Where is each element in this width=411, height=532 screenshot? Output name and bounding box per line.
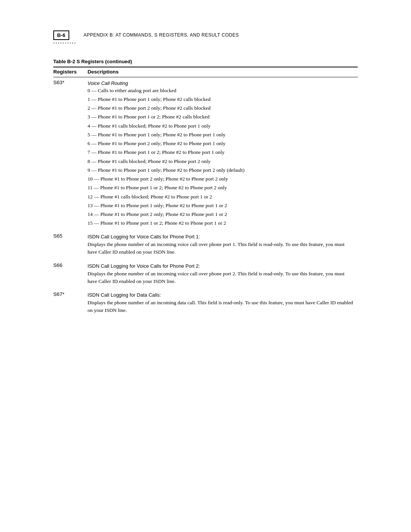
list-item: 10 — Phone #1 to Phone port 2 only; Phon… bbox=[88, 175, 355, 184]
register-s63: S63* bbox=[53, 77, 88, 229]
desc-body-s66: Displays the phone number of an incoming… bbox=[88, 269, 355, 286]
list-item: 11 — Phone #1 to Phone port 1 or 2; Phon… bbox=[88, 184, 355, 192]
desc-body-s65: Displays the phone number of an incoming… bbox=[88, 240, 355, 257]
desc-s65: ISDN Call Logging for Voice Calls for Ph… bbox=[88, 232, 358, 258]
list-item: 5 — Phone #1 to Phone port 1 only; Phone… bbox=[88, 130, 355, 139]
table-header-row: Registers Descriptions bbox=[53, 67, 358, 77]
page-number-box: B-6 bbox=[53, 30, 69, 40]
desc-s66: ISDN Call Logging for Voice Calls for Ph… bbox=[88, 261, 358, 287]
register-s67: S67* bbox=[53, 290, 88, 316]
table-row-s66: S66 ISDN Call Logging for Voice Calls fo… bbox=[53, 261, 358, 287]
col-header-registers: Registers bbox=[53, 67, 88, 77]
desc-s63: Voice Call Routing 0 — Calls to either a… bbox=[88, 77, 358, 229]
page: B-6 •••••••••• Appendix B: AT Commands, … bbox=[0, 0, 411, 532]
desc-items-s63: 0 — Calls to either analog port are bloc… bbox=[88, 86, 355, 228]
desc-title-s66: ISDN Call Logging for Voice Calls for Ph… bbox=[88, 262, 355, 269]
list-item: 13 — Phone #1 to Phone port 1 only; Phon… bbox=[88, 201, 355, 210]
list-item: 0 — Calls to either analog port are bloc… bbox=[88, 86, 355, 95]
table-row-s67: S67* ISDN Call Logging for Data Calls: D… bbox=[53, 290, 358, 316]
desc-title-s65: ISDN Call Logging for Voice Calls for Ph… bbox=[88, 232, 355, 240]
desc-s67: ISDN Call Logging for Data Calls: Displa… bbox=[88, 290, 358, 316]
list-item: 2 — Phone #1 to Phone port 2 only; Phone… bbox=[88, 104, 355, 113]
main-table: Registers Descriptions S63* Voice Call R… bbox=[53, 67, 358, 316]
header-dots: •••••••••• bbox=[53, 41, 77, 45]
list-item: 15 — Phone #1 to Phone port 1 or 2; Phon… bbox=[88, 219, 355, 228]
list-item: 6 — Phone #1 to Phone port 2 only; Phone… bbox=[88, 139, 355, 148]
gap-row-s66 bbox=[53, 258, 358, 261]
list-item: 14 — Phone #1 to Phone port 2 only; Phon… bbox=[88, 210, 355, 219]
list-item: 1 — Phone #1 to Phone port 1 only; Phone… bbox=[88, 95, 355, 104]
list-item: 12 — Phone #1 calls blocked; Phone #2 to… bbox=[88, 192, 355, 201]
list-item: 4 — Phone #1 calls blocked; Phone #2 to … bbox=[88, 121, 355, 130]
table-row: S63* Voice Call Routing 0 — Calls to eit… bbox=[53, 77, 358, 229]
gap-row-s65 bbox=[53, 228, 358, 232]
gap-row-s67 bbox=[53, 287, 358, 290]
list-item: 9 — Phone #1 to Phone port 1 only; Phone… bbox=[88, 166, 355, 174]
desc-title-s67: ISDN Call Logging for Data Calls: bbox=[88, 291, 355, 298]
page-header: B-6 •••••••••• Appendix B: AT Commands, … bbox=[53, 30, 358, 45]
header-title: Appendix B: AT Commands, S Registers, an… bbox=[84, 30, 239, 38]
col-header-descriptions: Descriptions bbox=[88, 67, 358, 77]
list-item: 7 — Phone #1 to Phone port 1 or 2; Phone… bbox=[88, 148, 355, 157]
register-s66: S66 bbox=[53, 261, 88, 287]
list-item: 3 — Phone #1 to Phone port 1 or 2; Phone… bbox=[88, 113, 355, 121]
list-item: 8 — Phone #1 calls blocked; Phone #2 to … bbox=[88, 157, 355, 166]
desc-title-s63: Voice Call Routing bbox=[88, 78, 355, 86]
table-row-s65: S65 ISDN Call Logging for Voice Calls fo… bbox=[53, 232, 358, 258]
register-s65: S65 bbox=[53, 232, 88, 258]
table-caption: Table B-2 S Registers (continued) bbox=[53, 59, 358, 64]
desc-body-s67: Displays the phone number of an incoming… bbox=[88, 298, 355, 315]
